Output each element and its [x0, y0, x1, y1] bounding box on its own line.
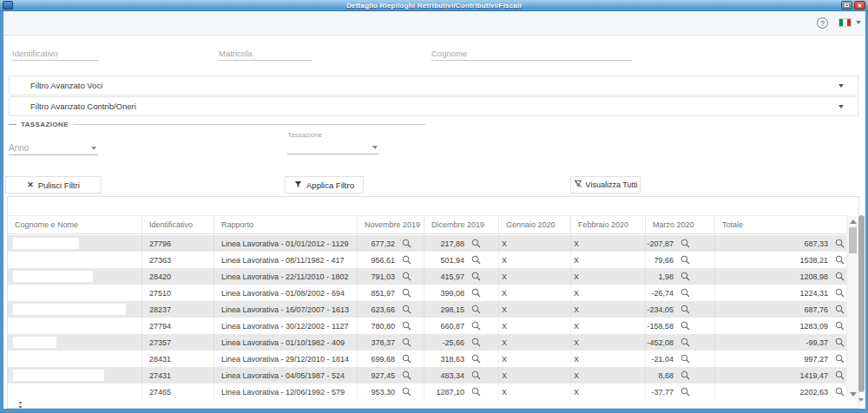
table-body: 27796 Linea Lavorativa - 01/01/2012 - 11… — [8, 235, 848, 400]
cell-cognome-nome — [8, 351, 142, 367]
magnifier-icon[interactable] — [402, 354, 411, 364]
redacted-name — [13, 337, 56, 348]
filtro-avanzato-voci-panel[interactable]: Filtro Avanzato Voci — [9, 75, 858, 95]
magnifier-icon[interactable] — [835, 387, 845, 397]
table-row[interactable]: 27796 Linea Lavorativa - 01/01/2012 - 11… — [8, 235, 848, 252]
scroll-up-icon[interactable] — [850, 220, 857, 224]
cell-marzo-2020: -207,87 — [646, 235, 715, 252]
table-row[interactable]: 27510 Linea Lavorativa - 01/08/2002 - 69… — [8, 285, 848, 301]
magnifier-icon[interactable] — [835, 272, 845, 281]
magnifier-icon[interactable] — [471, 387, 481, 397]
column-header-cognome-nome[interactable]: Cognome e Nome — [8, 216, 142, 233]
magnifier-icon[interactable] — [835, 239, 845, 248]
magnifier-icon[interactable] — [402, 255, 411, 265]
scroll-down-icon[interactable] — [850, 392, 857, 397]
column-header-marzo-2020[interactable]: Marzo 2020 — [646, 216, 715, 233]
magnifier-icon[interactable] — [681, 288, 690, 298]
magnifier-icon[interactable] — [835, 255, 845, 265]
table-row[interactable]: 28237 Linea Lavorativa - 16/07/2007 - 16… — [8, 301, 848, 318]
cell-rapporto: Linea Lavorativa - 08/11/1982 - 417 — [214, 252, 358, 268]
magnifier-icon[interactable] — [835, 338, 845, 347]
magnifier-icon[interactable] — [471, 370, 481, 380]
help-icon[interactable]: ? — [817, 17, 828, 29]
cell-dicembre-2019: 217,88 — [424, 235, 499, 252]
language-selector[interactable] — [838, 18, 861, 27]
cell-dicembre-2019: 1287,10 — [424, 384, 499, 400]
cell-totale: 687,33 — [715, 235, 848, 252]
identificativo-input[interactable]: Identificativo — [12, 45, 99, 61]
close-window-button[interactable]: ✕ — [854, 1, 865, 10]
tassazione-label: Tassazione — [287, 131, 322, 139]
magnifier-icon[interactable] — [681, 255, 690, 265]
magnifier-icon[interactable] — [681, 338, 690, 347]
magnifier-icon[interactable] — [471, 354, 481, 364]
magnifier-icon[interactable] — [402, 305, 411, 314]
magnifier-icon[interactable] — [471, 338, 481, 347]
scrollbar-thumb[interactable] — [849, 227, 857, 253]
cell-totale: 1224,31 — [715, 285, 848, 301]
restore-window-button[interactable] — [841, 1, 852, 10]
cell-febbraio-2020: X — [571, 367, 646, 384]
magnifier-icon[interactable] — [402, 272, 411, 281]
table-scrollbar[interactable] — [846, 216, 858, 400]
magnifier-icon[interactable] — [681, 272, 690, 281]
magnifier-icon[interactable] — [402, 321, 411, 331]
cell-febbraio-2020: X — [571, 384, 646, 400]
magnifier-icon[interactable] — [402, 338, 411, 347]
magnifier-icon[interactable] — [402, 370, 411, 380]
column-header-gennaio-2020[interactable]: Gennaio 2020 — [499, 216, 571, 233]
magnifier-icon[interactable] — [681, 354, 690, 364]
magnifier-icon[interactable] — [402, 387, 411, 397]
cell-marzo-2020: 8,68 — [646, 367, 715, 384]
page-scrollbar-thumb[interactable] — [858, 215, 865, 392]
cell-identificativo: 28420 — [142, 268, 214, 285]
magnifier-icon[interactable] — [681, 239, 690, 248]
magnifier-icon[interactable] — [471, 288, 481, 298]
italian-flag-icon — [838, 18, 852, 27]
column-header-rapporto[interactable]: Rapporto — [214, 216, 358, 233]
column-header-febbraio-2020[interactable]: Febbraio 2020 — [571, 216, 646, 233]
column-header-dicembre-2019[interactable]: Dicembre 2019 — [424, 216, 499, 233]
magnifier-icon[interactable] — [402, 239, 411, 248]
magnifier-icon[interactable] — [835, 305, 845, 314]
magnifier-icon[interactable] — [835, 321, 845, 331]
magnifier-icon[interactable] — [681, 387, 690, 397]
column-header-identificativo[interactable]: Identificativo — [142, 216, 214, 233]
magnifier-icon[interactable] — [681, 370, 690, 380]
column-header-novembre-2019[interactable]: Novembre 2019 — [358, 216, 424, 233]
table-row[interactable]: 28420 Linea Lavorativa - 22/11/2010 - 18… — [8, 268, 848, 285]
magnifier-icon[interactable] — [471, 272, 481, 281]
magnifier-icon[interactable] — [471, 321, 481, 331]
redacted-name — [13, 287, 82, 298]
table-row[interactable]: 27465 Linea Lavorativa - 12/06/1992 - 57… — [8, 384, 848, 400]
magnifier-icon[interactable] — [835, 354, 845, 364]
magnifier-icon[interactable] — [835, 288, 845, 298]
tassazione-select[interactable] — [287, 141, 379, 154]
magnifier-icon[interactable] — [471, 255, 481, 265]
cell-cognome-nome — [8, 367, 142, 384]
magnifier-icon[interactable] — [681, 321, 690, 331]
magnifier-icon[interactable] — [471, 305, 481, 314]
matricola-input[interactable]: Matricola — [219, 45, 312, 61]
table-row[interactable]: 27363 Linea Lavorativa - 08/11/1982 - 41… — [8, 252, 848, 268]
cell-novembre-2019: 780,80 — [358, 318, 424, 334]
matricola-placeholder: Matricola — [219, 49, 253, 58]
magnifier-icon[interactable] — [681, 305, 690, 314]
table-row[interactable]: 27794 Linea Lavorativa - 30/12/2002 - 11… — [8, 318, 848, 334]
pulisci-filtri-button[interactable]: ✕ Pulisci Filtri — [5, 176, 102, 193]
column-header-totale[interactable]: Totale — [715, 216, 848, 233]
applica-filtro-button[interactable]: Applica Filtro — [285, 176, 364, 193]
table-row[interactable]: 27431 Linea Lavorativa - 04/05/1987 - 52… — [8, 367, 848, 384]
filtro-avanzato-contrib-panel[interactable]: Filtro Avanzato Contrib/Oneri — [9, 96, 858, 116]
table-row[interactable]: 28431 Linea Lavorativa - 29/12/2010 - 18… — [8, 351, 848, 367]
page-scroll-down-icon[interactable] — [858, 398, 864, 402]
anno-select[interactable]: Anno — [9, 139, 98, 155]
cell-gennaio-2020: X — [499, 351, 571, 367]
magnifier-icon[interactable] — [835, 370, 845, 380]
visualizza-tutti-button[interactable]: Visualizza Tutti — [570, 176, 641, 193]
table-row[interactable]: 27357 Linea Lavorativa - 01/10/1982 - 40… — [8, 334, 848, 351]
cognome-input[interactable]: Cognome — [431, 45, 632, 61]
magnifier-icon[interactable] — [471, 239, 481, 248]
magnifier-icon[interactable] — [402, 288, 411, 298]
cell-totale: 997,27 — [715, 351, 848, 367]
